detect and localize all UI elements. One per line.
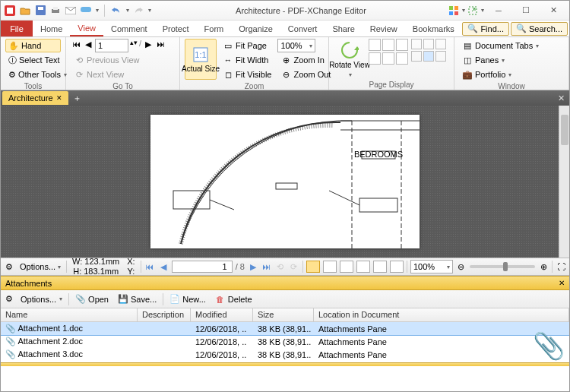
layout-opt-1[interactable] xyxy=(411,39,422,49)
tab-home[interactable]: Home xyxy=(33,21,70,36)
tab-share[interactable]: Share xyxy=(325,21,362,36)
layout-two-cont[interactable] xyxy=(356,261,370,273)
attachment-row[interactable]: 📎 Attachment 2.doc 12/06/2018, .. 38 KB … xyxy=(1,335,569,348)
tab-comment[interactable]: Comment xyxy=(103,21,155,36)
tab-file[interactable]: File xyxy=(1,21,33,36)
disk-icon: 💾 xyxy=(118,294,128,305)
tab-protect[interactable]: Protect xyxy=(155,21,197,36)
document-view[interactable]: BEDROOMS xyxy=(1,106,569,258)
document-tab[interactable]: Architecture✕ xyxy=(2,91,68,105)
layout-cont[interactable] xyxy=(323,261,337,273)
sb-back-icon[interactable]: ⟲ xyxy=(275,261,286,272)
actual-size-button[interactable]: 1:1Actual Size xyxy=(185,39,217,80)
zoom-out-button[interactable]: ⊖Zoom Out xyxy=(277,68,334,81)
layout-two[interactable] xyxy=(340,261,353,273)
sb-zoom-out-icon[interactable]: ⊖ xyxy=(456,261,467,272)
zoom-in-button[interactable]: ⊕Zoom In xyxy=(277,53,334,67)
svg-rect-7 xyxy=(81,7,91,12)
last-page-icon[interactable]: ⏭ xyxy=(155,39,166,49)
fit-width-button[interactable]: ↔Fit Width xyxy=(220,53,274,67)
layout-opt-6[interactable] xyxy=(435,51,446,62)
ui-options-icon[interactable] xyxy=(448,5,460,17)
search-icon: 🔍 xyxy=(516,24,527,34)
sb-page-input[interactable]: 1 xyxy=(172,261,233,273)
page-input[interactable]: 1 xyxy=(95,39,128,52)
sb-first-icon[interactable]: ⏮ xyxy=(144,261,155,272)
hand-tool-button[interactable]: ✋Hand xyxy=(5,39,61,52)
email-icon[interactable] xyxy=(65,5,77,17)
col-size[interactable]: Size xyxy=(253,308,314,321)
minimize-button[interactable]: ─ xyxy=(486,3,511,18)
save-icon[interactable] xyxy=(34,5,46,17)
col-modified[interactable]: Modified xyxy=(191,308,253,321)
prev-page-icon[interactable]: ◀ xyxy=(83,39,93,49)
page-layout-grid[interactable] xyxy=(369,39,408,65)
next-page-icon[interactable]: ▶ xyxy=(143,39,154,49)
zoom-dropdown[interactable]: 100%▾ xyxy=(277,39,315,52)
fit-visible-button[interactable]: ◻Fit Visible xyxy=(220,68,274,81)
sb-next-icon[interactable]: ▶ xyxy=(248,261,258,272)
sb-zoom-dropdown[interactable]: 100%▾ xyxy=(410,260,453,273)
col-name[interactable]: Name xyxy=(1,308,138,321)
vertical-scrollbar[interactable] xyxy=(559,106,569,258)
layout-opt-3[interactable] xyxy=(435,39,446,49)
options-gear-icon[interactable]: ⚙ xyxy=(4,261,14,272)
new-icon: 📄 xyxy=(169,294,180,305)
tab-organize[interactable]: Organize xyxy=(231,21,280,36)
close-button[interactable]: ✕ xyxy=(540,3,566,18)
layout-opt-4[interactable] xyxy=(411,51,422,62)
other-tools-button[interactable]: ⚙Other Tools▾ xyxy=(5,68,61,81)
att-delete-button[interactable]: 🗑Delete xyxy=(212,294,255,305)
launch-icon[interactable] xyxy=(467,5,479,17)
tab-view[interactable]: View xyxy=(70,21,103,36)
undo-icon[interactable] xyxy=(110,5,122,17)
sb-last-icon[interactable]: ⏭ xyxy=(261,261,272,272)
find-button[interactable]: 🔍Find... xyxy=(462,22,509,36)
document-tabs-button[interactable]: ▤Document Tabs▾ xyxy=(459,39,542,52)
attachment-row[interactable]: 📎 Attachment 1.doc 12/06/2018, .. 38 KB … xyxy=(1,322,569,335)
print-icon[interactable] xyxy=(49,5,62,17)
col-location[interactable]: Location in Document xyxy=(314,308,569,321)
att-options-gear-icon[interactable]: ⚙ xyxy=(4,294,14,305)
close-tab-icon[interactable]: ✕ xyxy=(56,94,62,102)
scan-icon[interactable] xyxy=(80,5,92,17)
search-button[interactable]: 🔍Search... xyxy=(511,22,568,36)
maximize-button[interactable]: ☐ xyxy=(513,3,539,18)
tab-review[interactable]: Review xyxy=(363,21,405,36)
select-text-button[interactable]: ⒾSelect Text xyxy=(5,53,61,67)
att-options-button[interactable]: Options...▾ xyxy=(17,295,65,304)
fit-page-button[interactable]: ▭Fit Page xyxy=(220,39,274,52)
layout-wide[interactable] xyxy=(373,261,387,273)
redo-icon[interactable] xyxy=(132,5,144,17)
next-view-button[interactable]: ⟳Next View xyxy=(71,68,166,81)
status-options-button[interactable]: Options...▾ xyxy=(17,262,63,271)
sb-fwd-icon[interactable]: ⟳ xyxy=(289,261,299,272)
att-open-button[interactable]: 📎Open xyxy=(72,294,112,305)
tabs-close-icon[interactable]: ✕ xyxy=(553,93,569,103)
tab-bookmarks[interactable]: Bookmarks xyxy=(405,21,462,36)
previous-view-button[interactable]: ⟲Previous View xyxy=(71,53,166,67)
layout-opt-5[interactable] xyxy=(423,51,434,62)
qat-dropdown-icon[interactable]: ▾ xyxy=(96,7,99,14)
first-page-icon[interactable]: ⏮ xyxy=(71,39,81,49)
attachment-row[interactable]: 📎 Attachment 3.doc 12/06/2018, .. 38 KB … xyxy=(1,348,569,361)
tab-form[interactable]: Form xyxy=(197,21,232,36)
sb-prev-icon[interactable]: ◀ xyxy=(158,261,169,272)
tab-convert[interactable]: Convert xyxy=(280,21,325,36)
add-tab-button[interactable]: ＋ xyxy=(71,93,84,104)
att-new-button[interactable]: 📄New... xyxy=(166,294,209,305)
attachments-close-icon[interactable]: ✕ xyxy=(559,279,565,287)
layout-wide2[interactable] xyxy=(390,261,404,273)
layout-single[interactable] xyxy=(306,261,320,273)
zoom-slider[interactable] xyxy=(470,265,535,268)
sb-fit-icon[interactable]: ⛶ xyxy=(556,261,566,272)
layout-opt-2[interactable] xyxy=(423,39,434,49)
rotate-view-button[interactable]: Rotate View▾ xyxy=(334,39,366,80)
sb-zoom-in-icon[interactable]: ⊕ xyxy=(538,261,549,272)
panes-button[interactable]: ◫Panes▾ xyxy=(459,53,542,67)
att-save-button[interactable]: 💾Save... xyxy=(115,294,160,305)
portfolio-button[interactable]: 💼Portfolio▾ xyxy=(459,68,542,81)
portfolio-icon: 💼 xyxy=(462,69,473,80)
col-description[interactable]: Description xyxy=(138,308,191,321)
open-icon[interactable] xyxy=(19,5,31,17)
